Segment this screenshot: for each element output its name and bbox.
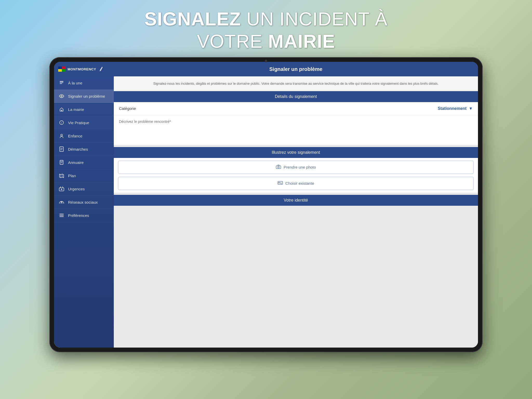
social-icon (59, 199, 64, 205)
sidebar-label-reseaux: Réseaux sociaux (68, 200, 98, 204)
svg-rect-16 (60, 160, 63, 164)
dropdown-arrow-icon: ▼ (469, 106, 473, 111)
gallery-icon (278, 181, 283, 186)
headline-bold-2: MAIRIE (268, 31, 335, 52)
emergency-icon (59, 186, 64, 192)
sidebar-label-vie-pratique: Vie Pratique (68, 121, 89, 125)
sidebar-item-preferences[interactable]: Préférences (54, 209, 114, 222)
sidebar-label-urgences: Urgences (68, 187, 85, 191)
svg-rect-3 (62, 69, 65, 72)
category-row[interactable]: Catégorie Stationnement ▼ (114, 102, 478, 115)
logo-accent-icon (98, 66, 103, 72)
sidebar-item-signaler[interactable]: Signaler un problème (54, 90, 114, 103)
identity-section: Votre identité (114, 195, 478, 206)
sidebar-item-plan[interactable]: Plan (54, 169, 114, 182)
app-logo-area: MONTMORENCY (54, 62, 114, 76)
brand-name: MONTMORENCY (68, 67, 96, 71)
identity-title: Votre identité (284, 198, 308, 202)
sidebar-label-annuaire: Annuaire (68, 160, 84, 165)
camera-icon (276, 165, 281, 170)
sidebar: À la une Signaler un problème (54, 76, 114, 348)
sidebar-item-annuaire[interactable]: Annuaire (54, 156, 114, 169)
svg-rect-5 (60, 82, 63, 83)
sidebar-label-mairie: La mairie (68, 107, 84, 112)
svg-rect-6 (60, 83, 62, 84)
choose-photo-label: Choisir existante (285, 181, 314, 185)
sidebar-label-enfance: Enfance (68, 134, 82, 138)
take-photo-label: Prendre une photo (284, 165, 316, 169)
sidebar-label-a-la-une: À la une (68, 81, 82, 85)
sidebar-item-urgences[interactable]: Urgences (54, 182, 114, 196)
headline-regular-1: UN INCIDENT À (241, 9, 388, 29)
map-icon (59, 173, 64, 178)
main-content: Signalez-nous les incidents, dégâts et p… (114, 76, 478, 348)
sidebar-item-mairie[interactable]: La mairie (54, 103, 114, 116)
photo-title: Illustrez votre signalement (272, 150, 320, 155)
sidebar-label-signaler: Signaler un problème (68, 94, 105, 98)
news-icon (59, 80, 64, 86)
page-headline: SIGNALEZ UN INCIDENT À VOTRE MAIRIE (0, 8, 532, 53)
tablet-device: MONTMORENCY Signaler un problème (49, 57, 483, 352)
preferences-icon (59, 212, 64, 218)
details-section-body: Catégorie Stationnement ▼ (114, 102, 478, 145)
sidebar-item-demarches[interactable]: Démarches (54, 143, 114, 156)
sidebar-item-a-la-une[interactable]: À la une (54, 76, 114, 90)
svg-point-11 (61, 134, 63, 136)
photo-section-header: Illustrez votre signalement (114, 147, 478, 158)
category-label: Catégorie (119, 106, 438, 111)
eye-icon (59, 93, 64, 99)
header-title: Signaler un problème (269, 66, 322, 72)
sidebar-item-vie-pratique[interactable]: i Vie Pratique (54, 116, 114, 129)
book-icon (59, 159, 64, 165)
app-body: À la une Signaler un problème (54, 76, 478, 348)
details-section: Détails du signalement Catégorie Station… (114, 91, 478, 145)
details-title: Détails du signalement (275, 94, 317, 99)
child-icon (59, 133, 64, 139)
svg-rect-2 (58, 69, 62, 72)
take-photo-button[interactable]: Prendre une photo (118, 161, 474, 174)
svg-rect-1 (62, 66, 65, 69)
photo-section-body: Prendre une photo C (114, 158, 478, 193)
tablet-screen: MONTMORENCY Signaler un problème (54, 62, 478, 348)
building-icon (59, 107, 64, 112)
details-section-header: Détails du signalement (114, 91, 478, 102)
intro-description: Signalez-nous les incidents, dégâts et p… (114, 76, 478, 91)
info-icon: i (59, 120, 64, 125)
document-icon (59, 146, 64, 152)
photo-section: Illustrez votre signalement (114, 147, 478, 193)
choose-photo-button[interactable]: Choisir existante (118, 177, 474, 190)
header-title-area: Signaler un problème (114, 62, 478, 76)
sidebar-item-enfance[interactable]: Enfance (54, 129, 114, 143)
svg-rect-8 (61, 110, 62, 111)
coat-of-arms-icon (58, 66, 65, 72)
svg-point-23 (61, 202, 62, 203)
sidebar-label-preferences: Préférences (68, 213, 89, 218)
description-textarea[interactable] (114, 115, 478, 144)
sidebar-label-plan: Plan (68, 174, 76, 178)
category-value: Stationnement (438, 106, 467, 111)
photo-buttons-container: Prendre une photo C (114, 158, 478, 193)
svg-rect-4 (60, 81, 63, 82)
sidebar-item-reseaux[interactable]: Réseaux sociaux (54, 196, 114, 209)
app-header: MONTMORENCY Signaler un problème (54, 62, 478, 76)
svg-point-7 (61, 96, 62, 97)
svg-point-30 (279, 182, 280, 183)
headline-regular-2: VOTRE (197, 31, 268, 52)
svg-text:i: i (61, 121, 62, 124)
svg-rect-27 (276, 166, 281, 169)
svg-point-28 (278, 166, 279, 168)
svg-rect-0 (58, 66, 62, 69)
headline-bold-1: SIGNALEZ (144, 9, 241, 29)
intro-text-content: Signalez-nous les incidents, dégâts et p… (153, 82, 438, 85)
identity-section-header: Votre identité (114, 195, 478, 206)
sidebar-label-demarches: Démarches (68, 147, 88, 151)
